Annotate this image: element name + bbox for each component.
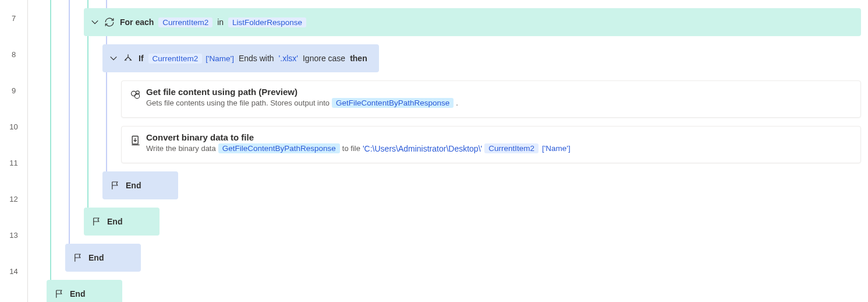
keyword-end: End xyxy=(70,289,85,299)
line-number: 10 xyxy=(0,108,27,145)
line-number: 13 xyxy=(0,217,27,253)
keyword-end: End xyxy=(126,181,141,190)
keyword-then: then xyxy=(350,54,367,63)
string-literal: '.xlsx' xyxy=(279,54,298,63)
keyword-if: If xyxy=(139,54,144,63)
line-number: 8 xyxy=(0,36,27,72)
flow-editor: For each CurrentItem2 in ListFolderRespo… xyxy=(28,0,868,302)
ignore-case-text: Ignore case xyxy=(303,54,345,63)
end-block[interactable]: End xyxy=(102,171,178,199)
action-description: . xyxy=(456,99,458,107)
action-title: Convert binary data to file xyxy=(146,132,571,142)
loop-icon xyxy=(104,16,115,28)
variable-token[interactable]: GetFileContentByPathResponse xyxy=(332,98,454,108)
svg-point-0 xyxy=(132,91,136,96)
line-number: 11 xyxy=(0,145,27,181)
if-block[interactable]: If CurrentItem2 ['Name'] Ends with '.xls… xyxy=(102,44,379,72)
flag-icon xyxy=(72,252,84,264)
chevron-down-icon[interactable] xyxy=(109,54,118,62)
flag-icon xyxy=(109,180,121,191)
keyword-in: in xyxy=(217,17,224,27)
chevron-down-icon[interactable] xyxy=(91,18,99,26)
end-block[interactable]: End xyxy=(84,208,160,236)
flag-icon xyxy=(54,288,65,300)
action-description: to file xyxy=(342,144,360,153)
branch-icon xyxy=(122,52,134,64)
variable-token[interactable]: CurrentItem2 xyxy=(148,54,203,64)
keyword-foreach: For each xyxy=(120,17,154,27)
property-accessor: ['Name'] xyxy=(542,144,571,153)
action-description: Write the binary data xyxy=(146,144,216,153)
property-accessor: ['Name'] xyxy=(206,54,234,63)
foreach-block[interactable]: For each CurrentItem2 in ListFolderRespo… xyxy=(84,8,861,36)
end-block[interactable]: End xyxy=(65,244,141,272)
line-number-gutter: 7 8 9 10 11 12 13 14 xyxy=(0,0,28,302)
action-convert-binary[interactable]: Convert binary data to file Write the bi… xyxy=(121,126,861,163)
action-get-file-content[interactable]: Get file content using path (Preview) Ge… xyxy=(121,80,861,118)
keyword-end: End xyxy=(88,253,104,262)
variable-token[interactable]: CurrentItem2 xyxy=(158,17,212,27)
flag-icon xyxy=(91,216,102,227)
operator-text: Ends with xyxy=(239,54,274,63)
sharepoint-icon xyxy=(130,89,141,101)
action-description: Gets file contents using the file path. … xyxy=(146,99,330,107)
variable-token[interactable]: CurrentItem2 xyxy=(484,143,538,153)
variable-token[interactable]: ListFolderResponse xyxy=(228,17,306,27)
line-number: 9 xyxy=(0,72,27,108)
action-title: Get file content using path (Preview) xyxy=(146,87,458,97)
keyword-end: End xyxy=(107,217,122,226)
line-number: 12 xyxy=(0,181,27,217)
end-block[interactable]: End xyxy=(47,280,122,302)
line-number: 14 xyxy=(0,253,27,289)
line-number: 7 xyxy=(0,0,27,36)
string-literal: 'C:\Users\Administrator\Desktop\' xyxy=(363,144,482,153)
file-convert-icon xyxy=(130,135,141,146)
variable-token[interactable]: GetFileContentByPathResponse xyxy=(218,143,340,153)
